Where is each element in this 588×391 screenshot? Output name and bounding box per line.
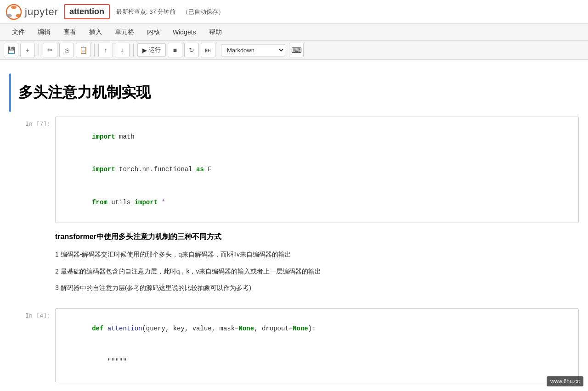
code-cell-2: In [4]: def attention(query, key, value,…: [0, 308, 588, 382]
jupyter-logo-text: jupyter: [25, 6, 58, 18]
restart-button[interactable]: ↻: [184, 43, 199, 57]
menu-item-widgets[interactable]: Widgets: [166, 26, 203, 38]
code-cell-1-label: In [7]:: [9, 117, 55, 223]
checkpoint-info: 最新检查点: 37 分钟前 （已自动保存）: [116, 8, 224, 16]
cell-content: 多头注意力机制实现: [18, 73, 579, 112]
menu-item-help[interactable]: 帮助: [203, 26, 228, 39]
code-line-1: import math: [61, 121, 573, 153]
jupyter-logo-icon: [6, 4, 22, 20]
save-button[interactable]: 💾: [4, 43, 18, 57]
menu-item-edit[interactable]: 编辑: [31, 26, 57, 39]
svg-point-3: [6, 14, 12, 17]
keyword-none-1: None: [239, 325, 254, 332]
jupyter-logo: jupyter: [6, 4, 58, 20]
keyword-import-1: import: [92, 133, 115, 140]
toolbar: 💾 + ✂ ⎘ 📋 ↑ ↓ ▶ 运行 ■ ↻ ⏭ Markdown Code R…: [0, 41, 588, 60]
stop-button[interactable]: ■: [168, 43, 182, 57]
star-symbol: *: [161, 199, 165, 206]
move-up-button[interactable]: ↑: [98, 43, 113, 57]
autosave-text: （已自动保存）: [182, 8, 224, 15]
func-name: attention: [107, 325, 142, 332]
text-item-1: 1 编码器-解码器交汇时候使用的那个多头，q来自解码器，而k和v来自编码器的输出: [55, 249, 579, 259]
text-cell-content: transformer中使用多头注意力机制的三种不同方式 1 编码器-解码器交汇…: [55, 228, 579, 304]
keyword-import-2: import: [92, 166, 115, 173]
cut-button[interactable]: ✂: [43, 43, 57, 57]
move-down-button[interactable]: ↓: [115, 43, 130, 57]
watermark: www.6hu.cc: [547, 376, 583, 386]
cell-border: [9, 73, 11, 112]
menu-item-file[interactable]: 文件: [6, 26, 31, 39]
top-bar: jupyter attention 最新检查点: 37 分钟前 （已自动保存）: [0, 0, 588, 24]
code-cell-2-line-2: """"": [61, 346, 573, 378]
keyword-as: as: [196, 166, 204, 173]
keyword-none-2: None: [293, 325, 308, 332]
code-line-3: from utils import *: [61, 186, 573, 219]
paste-button[interactable]: 📋: [76, 43, 90, 57]
run-button[interactable]: ▶ 运行: [137, 43, 166, 57]
menu-item-view[interactable]: 查看: [57, 26, 83, 39]
svg-point-2: [16, 14, 21, 17]
keyboard-shortcuts-button[interactable]: ⌨: [289, 43, 304, 57]
run-label: 运行: [149, 46, 161, 54]
copy-button[interactable]: ⎘: [59, 43, 74, 57]
toolbar-separator-3: [133, 44, 134, 56]
notebook-content: 多头注意力机制实现 In [7]: import math import tor…: [0, 60, 588, 391]
cell-heading-text: 多头注意力机制实现: [18, 78, 579, 107]
checkpoint-text: 最新检查点: 37 分钟前: [116, 8, 175, 15]
add-cell-button[interactable]: +: [20, 43, 35, 57]
code-cell-1-body[interactable]: import math import torch.nn.functional a…: [55, 117, 579, 223]
cell-type-select[interactable]: Markdown Code Raw NBConvert Heading: [221, 44, 285, 56]
keyword-import-3: import: [135, 199, 158, 206]
text-item-3: 3 解码器中的自注意力层(参考的源码这里说的比较抽象可以作为参考): [55, 283, 579, 293]
menu-bar: 文件 编辑 查看 插入 单元格 内核 Widgets 帮助: [0, 24, 588, 41]
code-cell-2-label: In [4]:: [9, 308, 55, 382]
code-line-2: import torch.nn.functional as F: [61, 153, 573, 186]
text-spacer: [9, 228, 55, 304]
code-cell-1: In [7]: import math import torch.nn.func…: [0, 117, 588, 223]
text-item-2: 2 最基础的编码器包含的自注意力层，此时q，k，v来自编码器的输入或者上一层编码…: [55, 266, 579, 276]
menu-item-kernel[interactable]: 内核: [141, 26, 166, 39]
restart-run-button[interactable]: ⏭: [201, 43, 215, 57]
text-section: transformer中使用多头注意力机制的三种不同方式 1 编码器-解码器交汇…: [0, 228, 588, 304]
toolbar-separator-2: [94, 44, 95, 56]
code-cell-2-line-1: def attention(query, key, value, mask=No…: [61, 313, 573, 345]
section-heading: transformer中使用多头注意力机制的三种不同方式: [55, 232, 579, 242]
menu-item-insert[interactable]: 插入: [83, 26, 108, 39]
menu-item-cell[interactable]: 单元格: [108, 26, 141, 39]
svg-point-1: [11, 6, 17, 9]
notebook-title[interactable]: attention: [64, 4, 110, 19]
run-icon: ▶: [142, 47, 147, 54]
keyword-from: from: [92, 199, 107, 206]
heading-cell: 多头注意力机制实现: [0, 73, 588, 112]
toolbar-separator-1: [39, 44, 39, 56]
code-cell-2-body[interactable]: def attention(query, key, value, mask=No…: [55, 308, 579, 382]
keyword-def: def: [92, 325, 103, 332]
